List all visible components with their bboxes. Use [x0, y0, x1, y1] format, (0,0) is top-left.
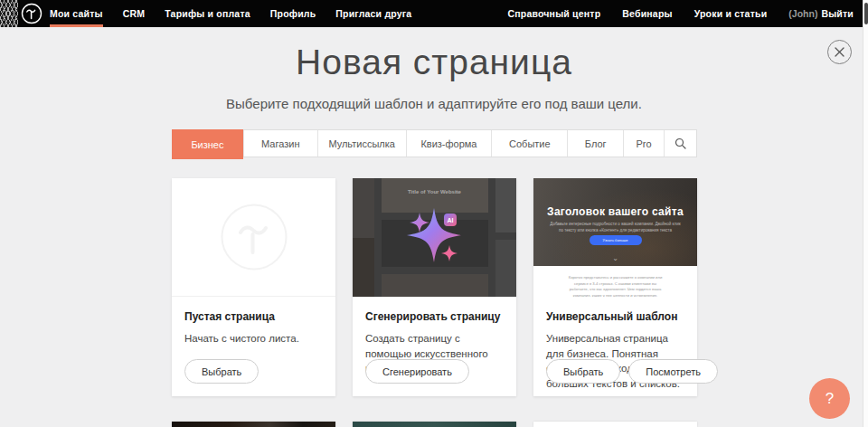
ai-sparkle-icon — [353, 178, 516, 297]
tab-pro[interactable]: Pro — [623, 130, 664, 157]
tab-blog[interactable]: Блог — [567, 130, 623, 157]
nav-invite-friend[interactable]: Пригласи друга — [335, 0, 411, 27]
page-edge-texture — [0, 0, 18, 27]
user-name: (John) — [788, 0, 817, 27]
card-body: Универсальный шаблон Универсальная стран… — [533, 297, 697, 396]
select-blank-button[interactable]: Выбрать — [184, 359, 259, 384]
nav-profile[interactable]: Профиль — [270, 0, 316, 27]
card-title: Пустая страница — [184, 310, 323, 323]
topbar: Мои сайты CRM Тарифы и оплата Профиль Пр… — [0, 0, 868, 27]
nav-crm[interactable]: CRM — [123, 0, 146, 27]
search-icon — [675, 138, 686, 149]
page-subtitle: Выберите подходящий шаблон и адаптируйте… — [0, 96, 868, 111]
help-button[interactable]: ? — [809, 378, 850, 419]
tilda-logo-icon[interactable] — [21, 3, 42, 24]
nav-my-sites[interactable]: Мои сайты — [50, 0, 103, 27]
nav-webinars[interactable]: Вебинары — [622, 0, 672, 27]
nav-billing[interactable]: Тарифы и оплата — [165, 0, 250, 27]
generate-button[interactable]: Сгенерировать — [365, 359, 469, 384]
preview-template-button[interactable]: Посмотреть — [628, 359, 718, 384]
chevron-down-icon: ⌄ — [612, 254, 618, 262]
card-title: Универсальный шаблон — [546, 310, 684, 323]
card-description: Начать с чистого листа. — [184, 331, 323, 346]
template-card-ai: Title of Your Website AI — [353, 178, 516, 396]
template-hero-heading: Заголовок вашего сайта — [533, 205, 697, 218]
tab-event[interactable]: Событие — [491, 130, 567, 157]
vertical-scrollbar[interactable] — [863, 0, 868, 427]
new-page-dialog: Новая страница Выберите подходящий шабло… — [0, 27, 868, 427]
template-about-text: Коротко представьтесь и расскажите о ком… — [564, 275, 666, 297]
template-category-tabs: Бизнес Магазин Мультиссылка Квиз-форма С… — [172, 129, 697, 157]
nav-lessons[interactable]: Уроки и статьи — [694, 0, 768, 27]
template-card-universal: Заголовок вашего сайта Добавьте интересн… — [533, 178, 697, 396]
ai-badge: AI — [444, 214, 457, 226]
logout-link[interactable]: Выйти — [821, 0, 854, 27]
card-title: Сгенерировать страницу — [365, 310, 504, 323]
template-hero: Заголовок вашего сайта Добавьте интересн… — [533, 178, 697, 266]
tilda-watermark-icon — [221, 204, 288, 270]
next-row-card-preview-1 — [172, 422, 335, 427]
secondary-nav: Справочный центр Вебинары Уроки и статьи… — [507, 0, 854, 27]
universal-template-preview: Заголовок вашего сайта Добавьте интересн… — [533, 178, 697, 297]
tab-business[interactable]: Бизнес — [172, 129, 243, 159]
main-nav: Мои сайты CRM Тарифы и оплата Профиль Пр… — [50, 0, 411, 27]
select-template-button[interactable]: Выбрать — [546, 359, 620, 384]
next-row-card-preview-2 — [353, 422, 516, 427]
page-title: Новая страница — [0, 43, 868, 82]
nav-help-center[interactable]: Справочный центр — [507, 0, 600, 27]
search-tab[interactable] — [664, 130, 696, 157]
card-body: Сгенерировать страницу Создать страницу … — [353, 297, 516, 396]
scrollbar-thumb[interactable] — [864, 3, 868, 24]
template-cta-button: Узнать больше — [590, 235, 642, 245]
next-row-card-preview-3 — [533, 422, 697, 427]
tab-shop[interactable]: Магазин — [243, 130, 317, 157]
template-card-blank: Пустая страница Начать с чистого листа. … — [172, 178, 335, 396]
card-body: Пустая страница Начать с чистого листа. … — [172, 297, 335, 396]
tab-multilink[interactable]: Мультиссылка — [317, 130, 406, 157]
ai-preview: Title of Your Website AI — [353, 178, 516, 297]
template-hero-subheading: Добавьте интересные подробности о вашей … — [550, 222, 681, 234]
tab-quiz-form[interactable]: Квиз-форма — [406, 130, 492, 157]
blank-page-preview — [172, 178, 335, 297]
